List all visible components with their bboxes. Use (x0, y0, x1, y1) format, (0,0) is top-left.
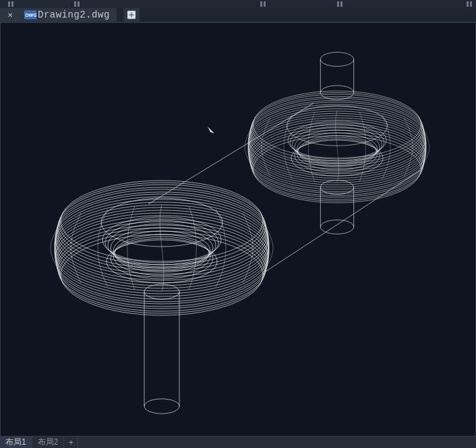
add-layout-button[interactable]: + (64, 437, 78, 448)
model-viewport[interactable] (0, 22, 476, 437)
wireframe-torus-1 (51, 181, 273, 414)
close-tab-button[interactable] (0, 8, 20, 22)
svg-text:DWG: DWG (26, 13, 37, 18)
document-filename: Drawing2.dwg (38, 9, 117, 20)
panel-separator-bar (0, 0, 476, 8)
layout-tab-2[interactable]: 布局2 (32, 437, 65, 448)
layout-tab-bar: 布局1 布局2 + (0, 437, 476, 448)
new-drawing-button[interactable] (123, 8, 140, 22)
document-tab-bar: DWG Drawing2.dwg (0, 8, 476, 22)
wireframe-torus-2 (245, 53, 429, 234)
document-tab[interactable]: DWG Drawing2.dwg (20, 8, 117, 22)
dwg-file-icon: DWG (24, 10, 36, 20)
crosshair-pick-cursor (208, 127, 214, 137)
svg-point-44 (320, 53, 353, 67)
layout-tab-1[interactable]: 布局1 (0, 437, 32, 448)
svg-line-49 (266, 170, 420, 271)
svg-line-48 (148, 103, 314, 204)
